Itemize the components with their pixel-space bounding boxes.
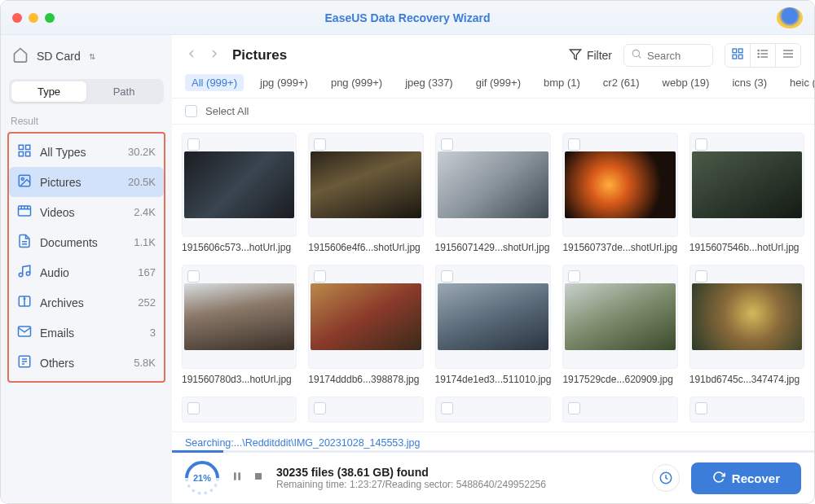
- file-card[interactable]: 1915607546b...hotUrl.jpg: [689, 133, 804, 253]
- search-input[interactable]: [647, 50, 706, 62]
- history-button[interactable]: [652, 464, 680, 492]
- file-card[interactable]: [308, 397, 423, 423]
- file-checkbox[interactable]: [187, 402, 200, 414]
- file-checkbox[interactable]: [314, 138, 326, 151]
- file-card[interactable]: 191560780d3...hotUrl.jpg: [182, 265, 297, 385]
- file-card[interactable]: [435, 397, 552, 423]
- video-icon: [17, 204, 32, 221]
- file-checkbox[interactable]: [695, 138, 707, 151]
- category-count: 5.8K: [134, 357, 156, 369]
- file-checkbox[interactable]: [187, 138, 200, 151]
- category-label: Pictures: [40, 176, 82, 189]
- ext-filter-chip[interactable]: jpeg (337): [399, 74, 460, 91]
- file-checkbox[interactable]: [568, 270, 580, 283]
- stop-button[interactable]: [252, 470, 265, 486]
- file-card[interactable]: 19174de1ed3...511010.jpg: [435, 265, 552, 385]
- ext-filter-chip[interactable]: cr2 (61): [597, 74, 646, 91]
- thumbnail: [308, 265, 423, 369]
- select-all-row[interactable]: Select All: [172, 99, 814, 125]
- category-count: 252: [138, 296, 156, 309]
- file-card[interactable]: [562, 397, 677, 423]
- forward-button[interactable]: [208, 47, 221, 64]
- sidebar-item-videos[interactable]: Videos2.4K: [9, 197, 164, 227]
- file-card[interactable]: [689, 397, 804, 423]
- file-card[interactable]: 191bd6745c...347474.jpg: [689, 265, 804, 385]
- file-name: 191560737de...shotUrl.jpg: [562, 242, 677, 253]
- sidebar-item-documents[interactable]: Documents1.1K: [9, 227, 164, 257]
- footer: 21% 30235 files (38.61 GB) found Remaini…: [172, 453, 814, 503]
- sidebar-item-pictures[interactable]: Pictures20.5K: [9, 167, 164, 197]
- file-checkbox[interactable]: [314, 402, 326, 414]
- thumbnail: [562, 397, 677, 423]
- image-preview: [311, 151, 421, 218]
- sidebar-item-archives[interactable]: Archives252: [9, 287, 164, 318]
- view-list-button[interactable]: [751, 44, 776, 67]
- category-label: Archives: [40, 296, 84, 309]
- other-icon: [17, 354, 32, 371]
- svg-marker-23: [570, 50, 580, 59]
- select-all-checkbox[interactable]: [185, 105, 197, 117]
- result-label: Result: [7, 112, 165, 132]
- file-name: 1915606c573...hotUrl.jpg: [182, 242, 297, 253]
- ext-filter-chip[interactable]: icns (3): [725, 74, 773, 91]
- thumbnail: [435, 133, 552, 237]
- file-checkbox[interactable]: [187, 270, 200, 283]
- svg-point-34: [758, 53, 759, 54]
- file-card[interactable]: 19174dddb6...398878.jpg: [308, 265, 423, 385]
- pause-button[interactable]: [231, 470, 244, 486]
- recover-label: Recover: [732, 471, 780, 485]
- view-grid-button[interactable]: [725, 44, 751, 67]
- svg-point-33: [758, 50, 759, 50]
- recover-button[interactable]: Recover: [691, 462, 801, 494]
- ext-filter-chip[interactable]: gif (999+): [469, 74, 527, 91]
- file-checkbox[interactable]: [568, 138, 580, 151]
- svg-point-13: [19, 273, 23, 277]
- view-detail-button[interactable]: [776, 44, 800, 67]
- file-card[interactable]: 191560737de...shotUrl.jpg: [562, 133, 677, 253]
- file-name: 19174de1ed3...511010.jpg: [435, 374, 552, 385]
- file-checkbox[interactable]: [695, 402, 707, 414]
- thumbnail: [435, 397, 552, 423]
- sidebar-item-emails[interactable]: Emails3: [9, 318, 164, 348]
- ext-filter-chip[interactable]: heic (11): [783, 74, 815, 91]
- file-checkbox[interactable]: [568, 402, 580, 414]
- sidebar-item-others[interactable]: Others5.8K: [9, 348, 164, 378]
- tab-path[interactable]: Path: [86, 81, 161, 102]
- grid-icon: [17, 143, 32, 160]
- file-checkbox[interactable]: [441, 402, 453, 414]
- svg-rect-29: [738, 55, 742, 59]
- file-card[interactable]: 1917529cde...620909.jpg: [562, 265, 677, 385]
- file-card[interactable]: 1915606e4f6...shotUrl.jpg: [308, 133, 423, 253]
- sidebar-item-all-types[interactable]: All Types30.2K: [9, 137, 164, 167]
- filter-button[interactable]: Filter: [569, 48, 612, 64]
- sidebar-item-audio[interactable]: Audio167: [9, 257, 164, 287]
- file-checkbox[interactable]: [314, 270, 326, 283]
- file-card[interactable]: 19156071429...shotUrl.jpg: [435, 133, 552, 253]
- file-checkbox[interactable]: [695, 270, 707, 283]
- ext-filter-chip[interactable]: webp (19): [656, 74, 716, 91]
- ext-filter-chip[interactable]: All (999+): [185, 74, 244, 91]
- file-checkbox[interactable]: [441, 138, 453, 151]
- thumbnail: [182, 265, 297, 369]
- ext-filter-chip[interactable]: bmp (1): [537, 74, 587, 91]
- svg-rect-28: [733, 55, 737, 59]
- close-window-button[interactable]: [12, 13, 22, 23]
- minimize-window-button[interactable]: [29, 13, 38, 23]
- file-checkbox[interactable]: [441, 270, 453, 283]
- search-box[interactable]: [623, 44, 713, 67]
- image-preview: [565, 283, 675, 350]
- file-name: 1915607546b...hotUrl.jpg: [689, 242, 804, 253]
- file-card[interactable]: [182, 397, 297, 423]
- remaining-time: Remaining time: 1:23:27/Reading sector: …: [276, 479, 546, 490]
- ext-filter-chip[interactable]: jpg (999+): [253, 74, 315, 91]
- location-selector[interactable]: SD Card ⇅: [7, 43, 165, 69]
- back-button[interactable]: [185, 47, 198, 64]
- filter-icon: [569, 48, 582, 64]
- ext-filter-chip[interactable]: png (999+): [324, 74, 389, 91]
- svg-point-14: [26, 272, 30, 276]
- tab-type[interactable]: Type: [11, 81, 86, 102]
- maximize-window-button[interactable]: [45, 13, 55, 23]
- file-card[interactable]: 1915606c573...hotUrl.jpg: [182, 133, 297, 253]
- svg-line-25: [639, 56, 641, 59]
- archive-icon: [17, 294, 32, 311]
